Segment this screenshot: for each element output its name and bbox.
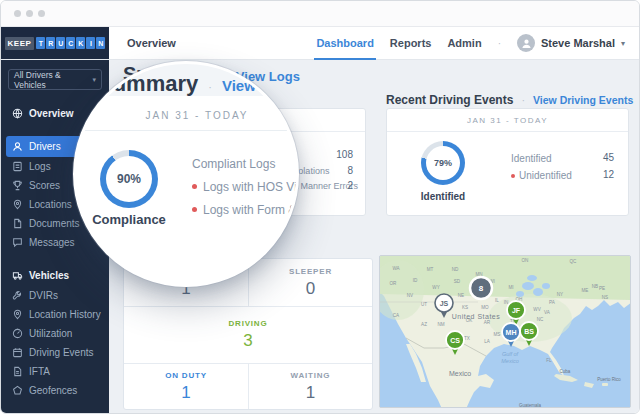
driving-events-heading: Recent Driving Events · View Driving Eve… xyxy=(386,93,633,107)
identified-label: Identified xyxy=(407,191,479,202)
legend-unidentified: Unidentified xyxy=(511,170,572,181)
globe-icon xyxy=(12,108,23,119)
sleeper-cell[interactable]: SLEEPER0 xyxy=(249,259,372,306)
lens-divider xyxy=(76,130,296,131)
wrench-icon xyxy=(12,290,23,301)
mexico-label: Mexico xyxy=(449,370,471,377)
lens-compliance-label: Compliance xyxy=(84,212,174,227)
driving-cell[interactable]: DRIVING3 xyxy=(124,307,372,363)
window-dot-icon[interactable] xyxy=(38,10,45,17)
svg-text:NV: NV xyxy=(407,293,414,298)
svg-text:MH: MH xyxy=(506,329,517,336)
puerto-rico-island xyxy=(602,383,608,386)
waiting-cell[interactable]: WAITING1 xyxy=(249,364,372,409)
window-dot-icon[interactable] xyxy=(14,10,21,17)
cuba-label: Cuba xyxy=(560,369,571,374)
svg-text:ND: ND xyxy=(452,267,459,272)
svg-text:TX: TX xyxy=(464,336,470,341)
nav-reports[interactable]: Reports xyxy=(390,27,432,60)
red-bullet xyxy=(192,207,197,212)
logo-keep: KEEP xyxy=(5,37,35,50)
svg-text:WY: WY xyxy=(432,285,439,290)
nav-admin[interactable]: Admin xyxy=(447,27,481,60)
user-menu[interactable]: Steve Marshal ▾ xyxy=(517,34,625,52)
svg-text:MI: MI xyxy=(508,285,513,290)
svg-text:NM: NM xyxy=(437,322,444,327)
svg-text:VA: VA xyxy=(544,310,551,315)
svg-text:ID: ID xyxy=(413,278,418,283)
svg-text:WV: WV xyxy=(533,307,541,312)
app-header: KEEP TRUCKIN Overview Dashboard Reports … xyxy=(1,27,639,60)
svg-text:LA: LA xyxy=(484,339,491,344)
chat-bubble-icon xyxy=(12,237,23,248)
user-name: Steve Marshal xyxy=(541,37,615,49)
tab-overview[interactable]: Overview xyxy=(109,27,194,59)
red-bullet xyxy=(192,184,197,189)
nav-dashboard[interactable]: Dashboard xyxy=(316,27,373,60)
lens-legend: Compliant Logs Logs with HOS Violations … xyxy=(192,152,299,221)
sidebar-item-vehicles[interactable]: Vehicles xyxy=(1,264,109,286)
identified-donut: 79% xyxy=(421,141,465,185)
svg-text:BS: BS xyxy=(524,328,534,335)
keeptruckin-logo: KEEP TRUCKIN xyxy=(1,27,109,59)
fleet-map[interactable]: WAORCANVIDMTWYUTAZNMCONDSDNEKSOKTXMNIAMO… xyxy=(379,255,631,408)
report-icon xyxy=(12,366,23,377)
lens-compliance-donut: 90% xyxy=(100,150,158,208)
driver-vehicle-filter-dropdown[interactable]: All Drivers & Vehicles ▾ xyxy=(8,69,102,90)
lens-date-range: JAN 31 - TODAY xyxy=(109,110,285,121)
puerto-rico-label: Puerto Rico xyxy=(597,377,621,382)
svg-text:NS: NS xyxy=(602,295,608,300)
magnifier-lens: Summary · View Logs JAN 31 - TODAY 90% C… xyxy=(73,61,299,287)
sidebar-item-ifta[interactable]: IFTA xyxy=(1,362,109,381)
svg-text:NY: NY xyxy=(557,292,563,297)
gulf-label: Gulf of xyxy=(502,351,519,357)
legend-identified: Identified xyxy=(511,153,552,164)
svg-text:UT: UT xyxy=(421,302,427,307)
hos-violations-value: 8 xyxy=(347,165,353,176)
svg-text:CA: CA xyxy=(393,313,400,318)
sidebar-item-location-history[interactable]: Location History xyxy=(1,305,109,324)
svg-text:WA: WA xyxy=(392,266,400,271)
view-driving-events-link[interactable]: View Driving Events xyxy=(533,94,633,106)
svg-text:JS: JS xyxy=(440,300,449,307)
svg-text:IL: IL xyxy=(495,298,499,303)
red-bullet xyxy=(511,174,515,178)
svg-text:ME: ME xyxy=(582,288,589,293)
svg-text:AR: AR xyxy=(484,320,491,325)
svg-text:QC: QC xyxy=(570,259,578,264)
svg-text:JF: JF xyxy=(512,307,521,314)
person-icon xyxy=(12,141,23,152)
svg-text:MO: MO xyxy=(481,305,489,310)
geofence-icon xyxy=(12,385,23,396)
svg-text:FL: FL xyxy=(546,358,552,363)
header-nav: Dashboard Reports Admin · Steve Marshal … xyxy=(316,27,639,59)
united-states-label: United States xyxy=(452,313,501,320)
calendar-icon xyxy=(12,347,23,358)
chevron-down-icon: ▾ xyxy=(92,76,96,84)
svg-text:MS: MS xyxy=(494,332,501,337)
svg-text:ON: ON xyxy=(522,258,529,263)
map-pin-icon xyxy=(12,309,23,320)
sidebar-item-geofences[interactable]: Geofences xyxy=(1,381,109,400)
svg-text:PA: PA xyxy=(549,300,556,305)
svg-text:PE: PE xyxy=(599,286,605,291)
sidebar-item-utilization[interactable]: Utilization xyxy=(1,324,109,343)
unidentified-value: 12 xyxy=(603,169,614,180)
window-dot-icon[interactable] xyxy=(26,10,33,17)
trophy-icon xyxy=(12,180,23,191)
sidebar-item-dvirs[interactable]: DVIRs xyxy=(1,286,109,305)
on-duty-cell[interactable]: ON DUTY1 xyxy=(124,364,248,409)
svg-text:MT: MT xyxy=(427,267,434,272)
guatemala-label: Guatemala xyxy=(519,403,542,408)
sidebar-item-driving-events[interactable]: Driving Events xyxy=(1,343,109,362)
marker-cluster[interactable]: 8 xyxy=(470,277,492,299)
svg-text:NE: NE xyxy=(458,293,464,298)
identified-value: 45 xyxy=(603,152,614,163)
svg-text:IN: IN xyxy=(504,300,509,305)
nav-separator: · xyxy=(498,38,501,49)
svg-text:OR: OR xyxy=(390,281,398,286)
driving-events-card: JAN 31 - TODAY 79% Identified Identified… xyxy=(386,108,629,216)
window-titlebar xyxy=(1,1,639,27)
map-pin-icon xyxy=(12,199,23,210)
svg-text:AZ: AZ xyxy=(421,322,427,327)
